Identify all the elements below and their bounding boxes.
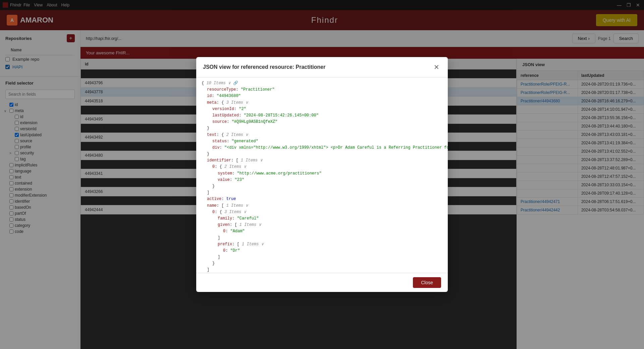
modal-footer: Close bbox=[196, 273, 448, 292]
modal-close-button[interactable]: Close bbox=[413, 277, 441, 288]
modal-close-x-button[interactable]: ✕ bbox=[432, 62, 441, 72]
modal-content: { 10 Items ∨ 🔗resourceType: "Practitione… bbox=[196, 78, 448, 273]
modal-title: JSON view for referenced resource: Pract… bbox=[203, 64, 325, 70]
modal-overlay: JSON view for referenced resource: Pract… bbox=[0, 0, 644, 349]
modal-header: JSON view for referenced resource: Pract… bbox=[196, 57, 448, 78]
json-modal: JSON view for referenced resource: Pract… bbox=[196, 57, 448, 292]
